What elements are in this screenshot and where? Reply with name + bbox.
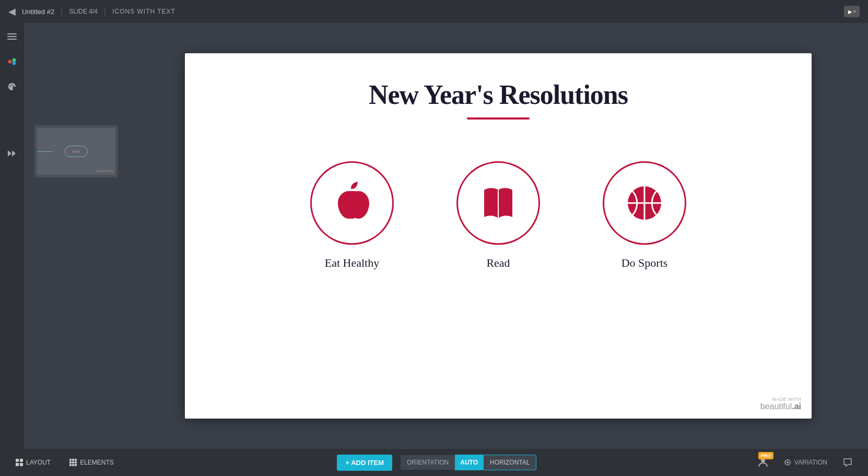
pro-user-icon[interactable]: PRO bbox=[755, 454, 771, 471]
svg-point-8 bbox=[13, 86, 14, 87]
apple-icon bbox=[329, 180, 376, 227]
do-sports-label: Do Sports bbox=[621, 256, 668, 270]
svg-rect-16 bbox=[69, 459, 72, 461]
horizontal-option[interactable]: HORIZONTAL bbox=[483, 455, 536, 470]
svg-rect-24 bbox=[75, 464, 77, 466]
auto-option[interactable]: AUTO bbox=[455, 455, 483, 470]
colors-icon[interactable] bbox=[5, 54, 19, 69]
svg-rect-23 bbox=[72, 464, 74, 466]
list-item: Eat Healthy bbox=[310, 161, 394, 270]
slide-title: New Year's Resolutions bbox=[369, 79, 628, 110]
orientation-label: ORIENTATION bbox=[401, 455, 455, 470]
svg-rect-14 bbox=[16, 463, 19, 466]
svg-rect-20 bbox=[72, 461, 74, 463]
svg-rect-19 bbox=[69, 461, 72, 463]
svg-rect-15 bbox=[20, 463, 23, 466]
basketball-icon bbox=[621, 180, 668, 227]
read-label: Read bbox=[486, 256, 510, 270]
orientation-group: ORIENTATION AUTO HORIZONTAL bbox=[401, 455, 536, 470]
slide-thumbnail[interactable]: End beautiful.ai bbox=[34, 125, 118, 177]
do-sports-icon-circle bbox=[603, 161, 686, 245]
menu-icon[interactable] bbox=[5, 29, 19, 44]
svg-point-6 bbox=[9, 86, 10, 87]
made-with-label: MADE WITH bbox=[760, 397, 801, 402]
add-item-button[interactable]: + ADD ITEM bbox=[337, 455, 392, 471]
layout-name: ICONS WITH TEXT bbox=[112, 8, 175, 15]
svg-rect-18 bbox=[75, 459, 77, 461]
elements-icon bbox=[69, 459, 77, 466]
forward-icon[interactable] bbox=[5, 146, 19, 161]
list-item: Read bbox=[456, 161, 540, 270]
back-button[interactable]: ◀ bbox=[8, 6, 16, 17]
slide-panel: End beautiful.ai bbox=[24, 23, 128, 449]
icons-row: Eat Healthy Read bbox=[310, 161, 686, 398]
canvas-watermark: MADE WITH beautiful.ai bbox=[760, 397, 801, 411]
title-underline bbox=[467, 117, 530, 120]
play-button[interactable]: ▶ ▾ bbox=[844, 6, 860, 17]
svg-rect-22 bbox=[69, 464, 72, 466]
read-icon-circle bbox=[456, 161, 540, 245]
elements-button[interactable]: ELEMENTS bbox=[64, 456, 119, 469]
sidebar bbox=[0, 23, 24, 449]
brand-label: beautiful.ai bbox=[760, 402, 801, 411]
svg-rect-0 bbox=[7, 33, 17, 34]
palette-icon[interactable] bbox=[5, 79, 19, 94]
bottombar: LAYOUT ELEMENTS + ADD ITEM ORIENTATION A… bbox=[0, 449, 868, 476]
slide-canvas[interactable]: New Year's Resolutions Eat Healthy bbox=[185, 53, 812, 419]
list-item: Do Sports bbox=[603, 161, 686, 270]
svg-rect-1 bbox=[7, 36, 17, 37]
layout-button[interactable]: LAYOUT bbox=[10, 456, 56, 469]
svg-rect-12 bbox=[16, 459, 19, 462]
svg-point-4 bbox=[12, 58, 16, 62]
svg-marker-10 bbox=[12, 150, 16, 157]
svg-point-27 bbox=[787, 461, 789, 463]
svg-rect-2 bbox=[7, 39, 17, 40]
svg-point-7 bbox=[11, 84, 12, 85]
svg-rect-13 bbox=[20, 459, 23, 462]
pro-badge: PRO bbox=[758, 452, 774, 459]
eat-healthy-icon-circle bbox=[310, 161, 394, 245]
topbar: ◀ Untitled #2 | SLIDE 4/4 | ICONS WITH T… bbox=[0, 0, 868, 23]
canvas-wrapper: New Year's Resolutions Eat Healthy bbox=[128, 23, 868, 449]
svg-rect-17 bbox=[72, 459, 74, 461]
variation-button[interactable]: VARIATION bbox=[784, 459, 827, 466]
main-area: End beautiful.ai New Year's Resolutions bbox=[0, 23, 868, 449]
doc-title: Untitled #2 bbox=[22, 8, 54, 16]
end-node: End bbox=[65, 146, 88, 157]
layout-icon bbox=[16, 459, 23, 466]
svg-rect-21 bbox=[75, 461, 77, 463]
svg-point-5 bbox=[12, 62, 16, 65]
svg-marker-9 bbox=[8, 150, 11, 157]
chat-button[interactable] bbox=[838, 455, 858, 470]
svg-point-3 bbox=[8, 60, 11, 64]
book-icon bbox=[475, 180, 522, 227]
slide-info: SLIDE 4/4 bbox=[69, 8, 98, 15]
eat-healthy-label: Eat Healthy bbox=[325, 256, 379, 270]
